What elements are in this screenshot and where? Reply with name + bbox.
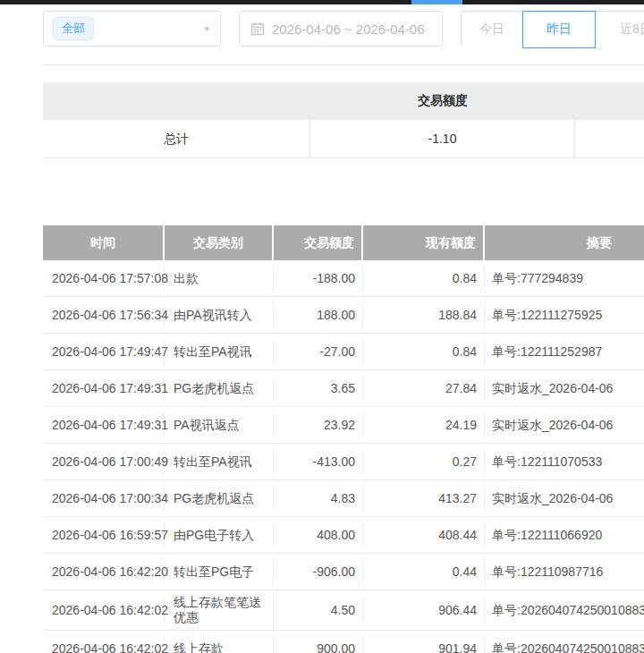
summary-total-blank bbox=[575, 120, 644, 157]
cell-amount: 900.00 bbox=[274, 637, 363, 653]
cell-amount: -906.00 bbox=[274, 560, 363, 584]
cell-balance: 413.27 bbox=[363, 487, 485, 511]
cell-summary: 单号:122111070533 bbox=[485, 450, 644, 474]
cell-amount: 3.65 bbox=[274, 377, 363, 401]
cell-type: 转出至PA视讯 bbox=[165, 450, 274, 474]
quick-date-button-group: 今日 昨日 近8日 bbox=[461, 11, 644, 47]
cell-amount: 408.00 bbox=[274, 523, 363, 547]
summary-total-value: -1.10 bbox=[310, 120, 575, 157]
cell-amount: -27.00 bbox=[274, 340, 363, 364]
cell-summary: 单号:122111275925 bbox=[485, 303, 644, 327]
page: 全部 ▼ 2026-04-06 ~ 2026-04-06 今日 昨日 近8日 bbox=[0, 0, 644, 653]
cell-summary: 单号:777294839 bbox=[485, 267, 644, 291]
cell-balance: 408.44 bbox=[363, 523, 485, 547]
cell-type: 线上存款笔笔送优惠 bbox=[165, 590, 274, 630]
cell-summary: 单号:202604074250010883 bbox=[485, 598, 644, 623]
table-body: 2026-04-06 17:57:08出款-188.000.84单号:77729… bbox=[43, 260, 644, 653]
transaction-table: 时间 交易类别 交易额度 现有额度 摘要 2026-04-06 17:57:08… bbox=[43, 225, 644, 653]
top-strip-accent bbox=[411, 0, 462, 4]
column-header-summary: 摘要 bbox=[485, 225, 644, 260]
cell-summary: 单号:202604074250010883 bbox=[485, 637, 644, 653]
table-row: 2026-04-06 16:59:57由PG电子转入408.00408.44单号… bbox=[43, 517, 644, 554]
cell-amount: -188.00 bbox=[274, 267, 363, 291]
cell-type: 由PG电子转入 bbox=[165, 523, 274, 547]
cell-time: 2026-04-06 17:49:31 bbox=[43, 377, 165, 401]
column-header-amount: 交易额度 bbox=[274, 225, 363, 260]
cell-time: 2026-04-06 17:56:34 bbox=[43, 303, 165, 327]
table-row: 2026-04-06 17:00:34PG老虎机返点4.83413.27实时返水… bbox=[43, 480, 644, 517]
today-button[interactable]: 今日 bbox=[462, 12, 522, 47]
summary-total-row: 总计 -1.10 bbox=[43, 120, 644, 158]
last-8-days-button[interactable]: 近8日 bbox=[596, 12, 644, 47]
cell-balance: 0.44 bbox=[363, 560, 485, 584]
summary-table: 交易额度 总计 -1.10 bbox=[43, 82, 644, 158]
cell-time: 2026-04-06 16:59:57 bbox=[43, 523, 165, 547]
cell-balance: 0.27 bbox=[363, 450, 485, 474]
cell-type: 线上存款 bbox=[165, 637, 274, 653]
table-row: 2026-04-06 17:57:08出款-188.000.84单号:77729… bbox=[43, 260, 644, 297]
cell-time: 2026-04-06 17:00:49 bbox=[43, 450, 165, 474]
table-row: 2026-04-06 17:00:49转出至PA视讯-413.000.27单号:… bbox=[43, 444, 644, 480]
table-row: 2026-04-06 16:42:02线上存款笔笔送优惠4.50906.44单号… bbox=[43, 590, 644, 631]
section-divider bbox=[43, 64, 644, 65]
cell-time: 2026-04-06 17:49:47 bbox=[43, 340, 165, 364]
column-header-time: 时间 bbox=[43, 225, 165, 260]
date-range-value: 2026-04-06 ~ 2026-04-06 bbox=[272, 21, 425, 37]
selected-type-tag[interactable]: 全部 bbox=[53, 17, 94, 40]
cell-amount: 4.50 bbox=[274, 598, 363, 623]
yesterday-button[interactable]: 昨日 bbox=[522, 11, 596, 48]
cell-time: 2026-04-06 17:00:34 bbox=[43, 487, 165, 511]
cell-type: PG老虎机返点 bbox=[165, 487, 274, 511]
cell-summary: 实时返水_2026-04-06 bbox=[485, 413, 644, 437]
column-header-balance: 现有额度 bbox=[363, 225, 485, 260]
cell-time: 2026-04-06 16:42:02 bbox=[43, 598, 165, 623]
column-header-type: 交易类别 bbox=[165, 225, 274, 260]
cell-balance: 188.84 bbox=[363, 303, 485, 327]
table-row: 2026-04-06 16:42:20转出至PG电子-906.000.44单号:… bbox=[43, 554, 644, 590]
table-row: 2026-04-06 17:49:47转出至PA视讯-27.000.84单号:1… bbox=[43, 334, 644, 370]
cell-amount: 188.00 bbox=[274, 303, 363, 327]
summary-header-row: 交易额度 bbox=[43, 82, 644, 120]
chevron-down-icon: ▼ bbox=[202, 25, 211, 33]
cell-time: 2026-04-06 16:42:20 bbox=[43, 560, 165, 584]
calendar-icon bbox=[250, 21, 265, 36]
filter-bar: 全部 ▼ 2026-04-06 ~ 2026-04-06 今日 昨日 近8日 bbox=[43, 11, 644, 47]
cell-type: 转出至PG电子 bbox=[165, 560, 274, 584]
cell-type: 出款 bbox=[165, 267, 274, 291]
cell-summary: 单号:122110987716 bbox=[485, 560, 644, 584]
cell-balance: 0.84 bbox=[363, 340, 485, 364]
cell-summary: 单号:122111252987 bbox=[485, 340, 644, 364]
cell-amount: -413.00 bbox=[274, 450, 363, 474]
date-range-input[interactable]: 2026-04-06 ~ 2026-04-06 bbox=[239, 11, 443, 47]
cell-time: 2026-04-06 16:42:02 bbox=[43, 637, 165, 653]
cell-summary: 实时返水_2026-04-06 bbox=[485, 487, 644, 511]
cell-balance: 24.19 bbox=[363, 413, 485, 437]
summary-header-amount: 交易额度 bbox=[310, 93, 575, 109]
cell-type: 由PA视讯转入 bbox=[165, 303, 274, 327]
cell-time: 2026-04-06 17:49:31 bbox=[43, 413, 165, 437]
cell-type: PG老虎机返点 bbox=[165, 377, 274, 401]
cell-balance: 906.44 bbox=[363, 598, 485, 623]
table-row: 2026-04-06 16:42:02线上存款900.00901.94单号:20… bbox=[43, 631, 644, 653]
summary-total-label: 总计 bbox=[43, 120, 310, 157]
cell-balance: 27.84 bbox=[363, 377, 485, 401]
cell-type: PA视讯返点 bbox=[165, 413, 274, 437]
table-header-row: 时间 交易类别 交易额度 现有额度 摘要 bbox=[43, 225, 644, 260]
cell-amount: 23.92 bbox=[274, 413, 363, 437]
table-row: 2026-04-06 17:49:31PG老虎机返点3.6527.84实时返水_… bbox=[43, 370, 644, 407]
cell-summary: 单号:122111066920 bbox=[485, 523, 644, 547]
table-row: 2026-04-06 17:56:34由PA视讯转入188.00188.84单号… bbox=[43, 297, 644, 334]
transaction-type-select[interactable]: 全部 ▼ bbox=[43, 11, 221, 47]
browser-top-strip bbox=[0, 0, 644, 4]
cell-type: 转出至PA视讯 bbox=[165, 340, 274, 364]
cell-time: 2026-04-06 17:57:08 bbox=[43, 267, 165, 291]
cell-summary: 实时返水_2026-04-06 bbox=[485, 377, 644, 401]
cell-amount: 4.83 bbox=[274, 487, 363, 511]
table-row: 2026-04-06 17:49:31PA视讯返点23.9224.19实时返水_… bbox=[43, 407, 644, 444]
cell-balance: 0.84 bbox=[363, 267, 485, 291]
cell-balance: 901.94 bbox=[363, 637, 485, 653]
